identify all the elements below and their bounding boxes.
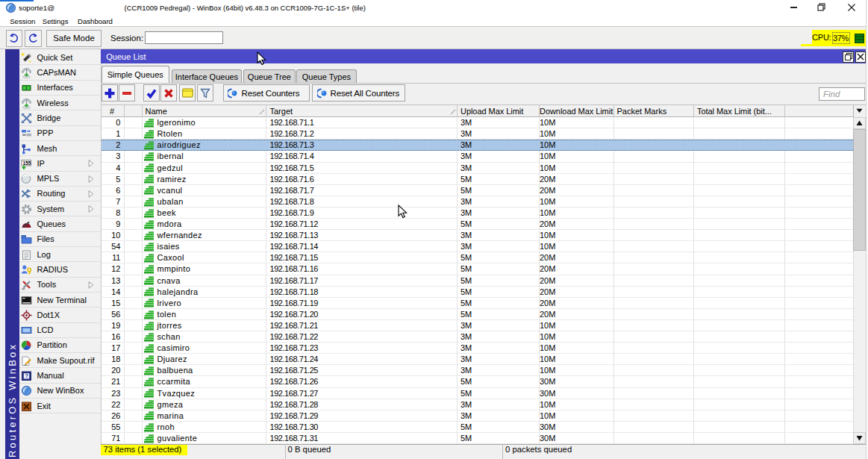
svg-text:155: 155 [22,160,31,165]
svg-text:?: ? [25,373,28,378]
